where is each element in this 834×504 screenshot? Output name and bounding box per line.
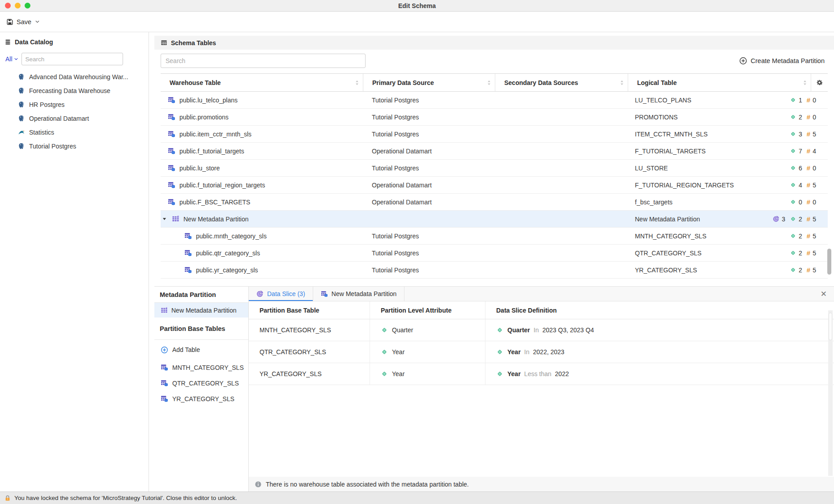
column-header-logical-table[interactable]: Logical Table (628, 74, 811, 91)
sort-icon[interactable] (355, 79, 359, 86)
data-slice-row[interactable]: MNTH_CATEGORY_SLS Quarter Quarter In 202… (249, 319, 834, 341)
slice-operator: In (534, 326, 539, 334)
fact-hash-icon: # (807, 266, 810, 274)
info-message: There is no warehouse table associated w… (266, 481, 469, 488)
table-row[interactable]: public.promotions Tutorial Postgres PROM… (161, 109, 828, 126)
add-table-button[interactable]: Add Table (154, 340, 248, 360)
data-source-label: Forecasting Data Warehouse (29, 87, 111, 94)
logical-table-name: YR_CATEGORY_SLS (635, 267, 697, 274)
fact-count: 4 (813, 148, 816, 155)
data-catalog-title: Data Catalog (15, 38, 53, 46)
schema-tables-search-input[interactable] (161, 54, 366, 68)
data-source-item[interactable]: Tutorial Postgres (0, 139, 149, 153)
warehouse-table-icon (168, 147, 175, 155)
table-row[interactable]: public.yr_category_sls Tutorial Postgres… (161, 262, 828, 279)
fact-hash-icon: # (807, 113, 810, 121)
warehouse-table-icon (184, 249, 192, 257)
save-button[interactable]: Save (6, 18, 40, 25)
sort-icon[interactable] (620, 79, 624, 86)
tab-data-slice[interactable]: Data Slice (3) (249, 287, 313, 301)
lock-icon (4, 495, 11, 502)
object-counts: 2 # 5 (790, 266, 816, 274)
collapse-caret[interactable] (161, 216, 168, 222)
logical-table-name: PROMOTIONS (635, 114, 678, 121)
window-titlebar: Edit Schema (0, 0, 834, 12)
attribute-count-badge: 2 (790, 267, 802, 274)
object-counts: 7 # 4 (790, 147, 816, 155)
data-source-item[interactable]: HR Postgres (0, 97, 149, 111)
attribute-count: 2 (799, 216, 802, 223)
fact-count: 5 (813, 131, 816, 138)
column-settings-button[interactable] (811, 74, 828, 91)
filter-dropdown[interactable]: All (5, 55, 19, 63)
partition-base-table-item[interactable]: YR_CATEGORY_SLS (154, 391, 248, 407)
attribute-diamond-icon (790, 216, 796, 222)
partition-base-table-item[interactable]: QTR_CATEGORY_SLS (154, 375, 248, 391)
table-row[interactable]: public.mnth_category_sls Tutorial Postgr… (161, 228, 828, 245)
table-row[interactable]: public.qtr_category_sls Tutorial Postgre… (161, 245, 828, 262)
partition-panel-scrollbar-thumb[interactable] (829, 313, 832, 340)
warehouse-table-name: public.lu_telco_plans (179, 97, 238, 104)
schema-table-scrollbar-thumb[interactable] (827, 249, 831, 275)
table-row[interactable]: public.lu_telco_plans Tutorial Postgres … (161, 92, 828, 109)
table-row[interactable]: public.lu_store Tutorial Postgres LU_STO… (161, 160, 828, 177)
slice-values: 2023 Q3, 2023 Q4 (542, 326, 594, 334)
pie-icon (773, 216, 779, 222)
warehouse-table-name: public.promotions (179, 114, 229, 121)
selected-partition-item[interactable]: New Metadata Partition (154, 303, 248, 318)
plus-circle-icon (161, 346, 168, 354)
chevron-down-icon[interactable] (34, 19, 40, 25)
attribute-count-badge: 7 (790, 148, 802, 155)
partition-base-table-item[interactable]: MNTH_CATEGORY_SLS (154, 360, 248, 375)
slice-attribute-name: Year (507, 370, 521, 377)
attribute-count-badge: 2 (790, 216, 802, 223)
catalog-search-input[interactable] (21, 53, 123, 65)
data-slice-row[interactable]: QTR_CATEGORY_SLS Year Year In 2022, 2023 (249, 341, 834, 363)
window-title: Edit Schema (0, 2, 834, 9)
logical-table-name: F_TUTORIAL_REGION_TARGETS (635, 182, 734, 189)
plus-circle-icon (739, 57, 747, 65)
data-source-item[interactable]: Forecasting Data Warehouse (0, 84, 149, 97)
warehouse-table-icon (168, 198, 175, 206)
create-metadata-partition-button[interactable]: Create Metadata Partition (739, 57, 825, 65)
partition-tab-bar: Data Slice (3) New Metadata Partition ✕ (249, 287, 834, 301)
object-counts: 3 # 5 (790, 130, 816, 138)
column-header-secondary-data-sources[interactable]: Secondary Data Sources (495, 74, 628, 91)
table-row[interactable]: public.F_BSC_TARGETS Operational Datamar… (161, 194, 828, 211)
chevron-down-icon (13, 56, 19, 62)
attribute-diamond-icon (790, 131, 796, 137)
slice-base-table: QTR_CATEGORY_SLS (249, 341, 370, 363)
postgres-icon (18, 143, 25, 150)
warehouse-table-icon (184, 266, 192, 274)
table-row[interactable]: public.f_tutorial_targets Operational Da… (161, 143, 828, 160)
attribute-count-badge: 4 (790, 182, 802, 189)
data-slice-row[interactable]: YR_CATEGORY_SLS Year Year Less than 2022 (249, 363, 834, 385)
data-source-item[interactable]: Statistics (0, 125, 149, 139)
warehouse-table-icon (321, 290, 328, 297)
fact-count-badge: # 5 (807, 249, 816, 257)
data-slice-body: MNTH_CATEGORY_SLS Quarter Quarter In 202… (249, 319, 834, 385)
schema-tables-title: Schema Tables (171, 39, 216, 47)
schema-tables-grid: Warehouse Table Primary Data Source Seco… (161, 73, 828, 279)
slice-attribute-name: Year (507, 348, 521, 356)
object-counts: 2 # 5 (790, 249, 816, 257)
logical-table-name: f_bsc_targets (635, 199, 672, 206)
column-header-warehouse-table[interactable]: Warehouse Table (161, 74, 363, 91)
data-source-item[interactable]: Operational Datamart (0, 111, 149, 125)
sort-icon[interactable] (487, 79, 491, 86)
attribute-diamond-icon (790, 114, 796, 120)
warehouse-table-name: public.qtr_category_sls (196, 250, 260, 257)
metadata-partition-icon (172, 215, 179, 223)
table-row[interactable]: New Metadata Partition New Metadata Part… (161, 211, 828, 228)
sort-icon[interactable] (803, 79, 807, 86)
data-source-item[interactable]: Advanced Data Warehousing War... (0, 70, 149, 84)
column-header-primary-data-source[interactable]: Primary Data Source (363, 74, 495, 91)
tab-new-metadata-partition[interactable]: New Metadata Partition (313, 287, 405, 301)
table-row[interactable]: public.item_cctr_mnth_sls Tutorial Postg… (161, 126, 828, 143)
data-catalog-panel: Data Catalog All Advanced Data Warehousi… (0, 32, 149, 491)
close-panel-button[interactable]: ✕ (821, 287, 834, 301)
data-slice-header-row: Partition Base Table Partition Level Att… (249, 301, 834, 319)
table-row[interactable]: public.f_tutorial_region_targets Operati… (161, 177, 828, 194)
close-icon: ✕ (821, 289, 827, 299)
attribute-count-badge: 2 (790, 233, 802, 240)
